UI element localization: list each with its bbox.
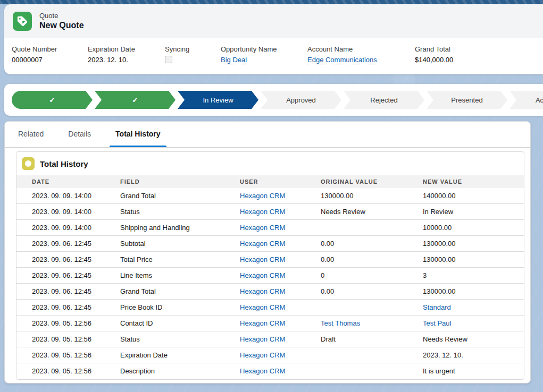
table-row: 2023. 09. 05. 12:56Contact IDHexagon CRM… xyxy=(16,316,524,331)
field-value: $140,000.00 xyxy=(415,55,543,65)
path-stage-presented[interactable]: Presented xyxy=(427,91,507,109)
cell-user-link[interactable]: Hexagon CRM xyxy=(240,303,285,311)
path-stage-label: In Review xyxy=(203,96,233,104)
cell-original-value: 0.00 xyxy=(321,236,423,252)
path-stage-label: Approved xyxy=(286,96,316,104)
custom-object-icon xyxy=(22,157,35,170)
cell-field: Grand Total xyxy=(120,188,240,204)
path-stage-approved[interactable]: Approved xyxy=(261,91,341,109)
cell-date: 2023. 09. 09. 14:00 xyxy=(16,188,120,204)
cell-field: Subtotal xyxy=(120,236,240,252)
tab-details[interactable]: Details xyxy=(61,122,98,147)
cell-original-value: Test Thomas xyxy=(321,316,423,331)
cell-user: Hexagon CRM xyxy=(240,236,321,252)
cell-user: Hexagon CRM xyxy=(240,331,321,347)
field-value: Edge Communications xyxy=(307,55,415,65)
cell-user: Hexagon CRM xyxy=(240,204,321,220)
path-stage-accepted[interactable]: Accepted xyxy=(509,91,543,109)
table-row: 2023. 09. 06. 12:45SubtotalHexagon CRM0.… xyxy=(16,236,524,252)
cell-new-value: 10000.00 xyxy=(423,220,524,236)
top-accent-bar xyxy=(0,0,543,4)
field-label: Grand Total xyxy=(415,45,543,54)
cell-new-value-link[interactable]: Test Paul xyxy=(423,319,451,327)
cell-user-link[interactable]: Hexagon CRM xyxy=(240,240,285,248)
cell-date: 2023. 09. 06. 12:45 xyxy=(16,284,120,300)
field-value xyxy=(165,56,221,63)
path-stage-in-review[interactable]: In Review xyxy=(178,91,258,109)
cell-date: 2023. 09. 05. 12:56 xyxy=(16,331,120,347)
cell-field: Price Book ID xyxy=(120,300,240,316)
cell-user-link[interactable]: Hexagon CRM xyxy=(240,224,285,232)
entity-label: Quote xyxy=(39,12,84,20)
cell-original-value-link[interactable]: Test Thomas xyxy=(321,319,360,327)
cell-field: Status xyxy=(120,204,240,220)
total-history-card-header: Total History xyxy=(16,152,524,175)
cell-new-value-link[interactable]: Standard xyxy=(423,303,451,311)
cell-user: Hexagon CRM xyxy=(240,300,321,316)
checkmark-icon: ✓ xyxy=(132,96,138,104)
tab-related[interactable]: Related xyxy=(11,122,51,147)
record-header: Quote New Quote xyxy=(4,4,543,38)
cell-user-link[interactable]: Hexagon CRM xyxy=(240,255,285,263)
cell-new-value: It is urgent xyxy=(423,363,524,379)
table-row: 2023. 09. 09. 14:00Shipping and Handling… xyxy=(16,220,524,236)
cell-user-link[interactable]: Hexagon CRM xyxy=(240,319,285,327)
quote-tag-icon xyxy=(13,12,32,31)
field-syncing: Syncing xyxy=(165,45,221,74)
cell-field: Expiration Date xyxy=(120,347,240,363)
path-stage-complete-2[interactable]: ✓ xyxy=(95,91,176,109)
cell-user-link[interactable]: Hexagon CRM xyxy=(240,335,285,343)
cell-user-link[interactable]: Hexagon CRM xyxy=(240,351,285,359)
opportunity-name-link[interactable]: Big Deal xyxy=(221,56,247,64)
highlight-fields-row: Quote Number00000007Expiration Date2023.… xyxy=(4,38,543,74)
total-history-card: Total History DATE FIELD USER ORIGINAL V… xyxy=(16,151,524,380)
cell-user-link[interactable]: Hexagon CRM xyxy=(240,192,285,200)
cell-new-value: In Review xyxy=(423,204,524,220)
field-value: 00000007 xyxy=(12,55,88,65)
cell-new-value: 130000.00 xyxy=(423,284,524,300)
checkmark-icon: ✓ xyxy=(49,96,55,104)
table-row: 2023. 09. 06. 12:45Grand TotalHexagon CR… xyxy=(16,284,524,300)
cell-new-value: Standard xyxy=(423,300,524,316)
record-highlights-card: Quote New Quote Quote Number00000007Expi… xyxy=(4,4,543,74)
page-title: New Quote xyxy=(39,20,84,31)
field-quote-number: Quote Number00000007 xyxy=(12,45,88,74)
record-title-block: Quote New Quote xyxy=(39,12,84,31)
table-row: 2023. 09. 05. 12:56DescriptionHexagon CR… xyxy=(16,363,524,379)
path-stage-complete-1[interactable]: ✓ xyxy=(12,91,93,109)
table-row: 2023. 09. 06. 12:45Price Book IDHexagon … xyxy=(16,300,524,316)
account-name-link[interactable]: Edge Communications xyxy=(307,56,377,64)
cell-field: Line Items xyxy=(120,268,240,284)
total-history-card-title: Total History xyxy=(40,159,88,168)
path-stage-label: Rejected xyxy=(370,96,397,104)
cell-date: 2023. 09. 06. 12:45 xyxy=(16,300,120,316)
cell-user: Hexagon CRM xyxy=(240,268,321,284)
column-header-original-value: ORIGINAL VALUE xyxy=(321,175,423,188)
cell-date: 2023. 09. 06. 12:45 xyxy=(16,268,120,284)
cell-original-value: 0 xyxy=(321,268,423,284)
field-opportunity-name: Opportunity NameBig Deal xyxy=(221,45,307,74)
cell-user: Hexagon CRM xyxy=(240,316,321,331)
path-card: ✓✓In ReviewApprovedRejectedPresentedAcce… xyxy=(4,84,543,116)
column-header-new-value: NEW VALUE xyxy=(423,175,524,188)
cell-original-value xyxy=(321,347,423,363)
cell-field: Contact ID xyxy=(120,316,240,331)
cell-new-value: Test Paul xyxy=(423,316,524,331)
table-header-row: DATE FIELD USER ORIGINAL VALUE NEW VALUE xyxy=(16,175,524,188)
cell-original-value xyxy=(321,220,423,236)
cell-user-link[interactable]: Hexagon CRM xyxy=(240,208,285,216)
cell-user-link[interactable]: Hexagon CRM xyxy=(240,271,285,279)
cell-user-link[interactable]: Hexagon CRM xyxy=(240,367,285,375)
cell-new-value: 2023. 12. 10. xyxy=(423,347,524,363)
tab-total-history[interactable]: Total History xyxy=(108,122,168,147)
record-tab-bar: RelatedDetailsTotal History xyxy=(5,122,530,148)
cell-date: 2023. 09. 05. 12:56 xyxy=(16,316,120,331)
syncing-checkbox xyxy=(165,56,172,63)
cell-user: Hexagon CRM xyxy=(240,188,321,204)
field-grand-total: Grand Total$140,000.00 xyxy=(415,45,543,74)
path-stage-rejected[interactable]: Rejected xyxy=(344,91,424,109)
cell-user-link[interactable]: Hexagon CRM xyxy=(240,287,285,295)
cell-field: Shipping and Handling xyxy=(120,220,240,236)
cell-new-value: Needs Review xyxy=(423,331,524,347)
record-tabs-card: RelatedDetailsTotal History Total Histor… xyxy=(4,121,531,384)
